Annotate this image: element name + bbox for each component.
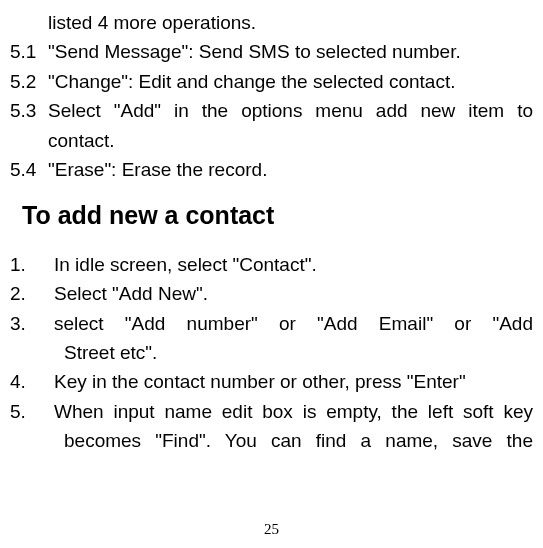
item-number: 5.3: [10, 96, 48, 125]
item-text: In idle screen, select "Contact".: [54, 250, 533, 279]
page-number: 25: [264, 521, 279, 538]
item-text: Select "Add" in the options menu add new…: [48, 96, 533, 125]
item-text: "Erase": Erase the record.: [48, 155, 533, 184]
list-item: 4. Key in the contact number or other, p…: [10, 367, 533, 396]
continuation-text: listed 4 more operations.: [10, 8, 533, 37]
item-text: When input name edit box is empty, the l…: [54, 397, 533, 426]
section-heading: To add new a contact: [10, 201, 533, 230]
item-text: Select "Add New".: [54, 279, 533, 308]
list-item: 1. In idle screen, select "Contact".: [10, 250, 533, 279]
item-text: "Change": Edit and change the selected c…: [48, 67, 533, 96]
list-item: 3. select "Add number" or "Add Email" or…: [10, 309, 533, 338]
item-number: 5.2: [10, 67, 48, 96]
item-text: select "Add number" or "Add Email" or "A…: [54, 309, 533, 338]
item-number: 1.: [10, 250, 54, 279]
item-number: 4.: [10, 367, 54, 396]
item-number: 5.1: [10, 37, 48, 66]
list-item: 5.1 "Send Message": Send SMS to selected…: [10, 37, 533, 66]
item-text-continuation: Street etc".: [10, 338, 533, 367]
item-text-continuation: becomes "Find". You can find a name, sav…: [10, 426, 533, 455]
item-text: Key in the contact number or other, pres…: [54, 367, 533, 396]
item-text-continuation: contact.: [10, 126, 533, 155]
list-item: 5. When input name edit box is empty, th…: [10, 397, 533, 426]
item-number: 2.: [10, 279, 54, 308]
list-item: 5.3 Select "Add" in the options menu add…: [10, 96, 533, 125]
list-item: 5.2 "Change": Edit and change the select…: [10, 67, 533, 96]
list-item: 2. Select "Add New".: [10, 279, 533, 308]
item-number: 5.4: [10, 155, 48, 184]
item-text: "Send Message": Send SMS to selected num…: [48, 37, 533, 66]
item-number: 5.: [10, 397, 54, 426]
item-number: 3.: [10, 309, 54, 338]
list-item: 5.4 "Erase": Erase the record.: [10, 155, 533, 184]
